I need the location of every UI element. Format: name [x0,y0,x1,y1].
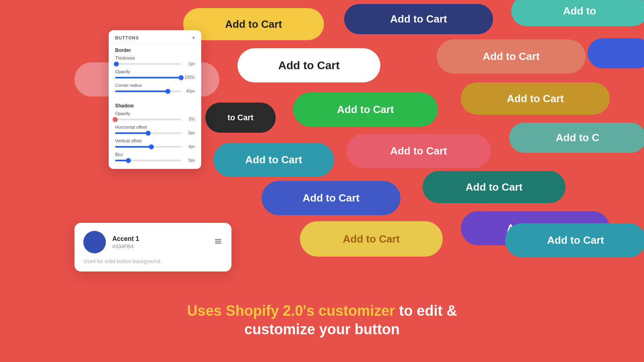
horizontal-offset-control: Horizontal offset 0px [115,125,195,135]
color-card-top: Accent 1 #334FB4 [83,231,223,253]
horizontal-offset-track [115,132,181,134]
color-card: Accent 1 #334FB4 Used for solid button b… [74,223,231,272]
bottom-line1-yellow: Uses Shopify 2.0's customizer [187,302,395,319]
vertical-offset-control: Vertical offset 4px [115,138,195,149]
settings-panel: BUTTONS ▾ Border Thickness 1px Opacity [109,30,201,169]
svg-rect-1 [215,241,221,242]
color-description: Used for solid button background. [83,258,223,264]
vertical-offset-fill [115,146,151,148]
horizontal-offset-thumb[interactable] [146,131,151,136]
svg-rect-0 [215,243,221,244]
blur-label: Blur [115,152,195,157]
btn-red[interactable]: Add to Cart [346,134,491,168]
opacity-value: 100% [184,75,195,80]
blur-value: 5px [184,158,195,162]
shadow-label: Shadow [115,103,195,109]
opacity-control: Opacity 100% [115,69,195,80]
corner-radius-thumb[interactable] [165,89,170,94]
color-hex: #334FB4 [112,243,207,249]
btn-yellow-green[interactable]: Add to Cart [300,221,443,257]
horizontal-offset-fill [115,132,148,134]
thickness-value: 1px [184,62,195,66]
vertical-offset-track [115,146,181,148]
opacity-label: Opacity [115,69,195,74]
corner-radius-label: Corner radius [115,83,195,88]
border-label: Border [115,47,195,53]
bottom-text-section: Uses Shopify 2.0's customizer to edit & … [0,302,644,338]
btn-salmon[interactable]: Add to Cart [437,39,586,74]
svg-rect-2 [215,239,221,240]
blur-control: Blur 5px [115,152,195,162]
bottom-line2: customize your button [0,321,644,338]
color-swatch[interactable] [83,231,106,253]
btn-purple[interactable]: Add to Cart [461,211,610,245]
color-name: Accent 1 [112,235,207,243]
btn-teal-right[interactable]: Add to C [509,123,644,153]
corner-radius-value: 40px [184,89,195,93]
bottom-line1-white: to edit & [399,302,457,319]
shadow-opacity-label: Opacity [115,111,195,116]
shadow-section: Shadow Opacity 0% Horizontal offset 0px [109,100,201,169]
panel-collapse-icon[interactable]: ▾ [192,35,195,41]
thickness-label: Thickness [115,56,195,60]
corner-radius-track [115,90,181,92]
opacity-fill [115,77,181,78]
stack-icon[interactable] [214,237,223,248]
panel-title: BUTTONS [115,35,139,40]
btn-yellow[interactable]: Add to Cart [183,8,324,40]
thickness-track [115,63,181,65]
opacity-track [115,77,181,78]
vertical-offset-value: 4px [184,144,195,149]
btn-blue-edge[interactable] [588,38,644,68]
btn-navy[interactable]: Add to Cart [344,4,493,34]
opacity-thumb[interactable] [179,75,184,80]
btn-teal-bottom-right[interactable]: Add to Cart [505,223,644,257]
btn-dark[interactable]: to Cart [205,103,276,133]
shadow-opacity-thumb[interactable] [113,117,118,122]
btn-teal-top[interactable]: Add to [511,0,644,26]
btn-blue-mid[interactable]: Add to Cart [262,181,400,215]
horizontal-offset-value: 0px [184,131,195,135]
btn-teal-mid[interactable]: Add to Cart [213,143,334,177]
thickness-thumb[interactable] [114,62,119,66]
corner-radius-fill [115,90,168,92]
shadow-opacity-value: 0% [184,117,195,121]
thickness-control: Thickness 1px [115,56,195,66]
border-section: Border Thickness 1px Opacity 100% [109,44,201,100]
bottom-line1: Uses Shopify 2.0's customizer to edit & [0,302,644,319]
horizontal-offset-label: Horizontal offset [115,125,195,130]
shadow-opacity-track [115,119,181,120]
btn-dark-teal[interactable]: Add to Cart [423,171,566,203]
panel-header: BUTTONS ▾ [109,30,201,44]
vertical-offset-label: Vertical offset [115,138,195,143]
btn-white[interactable]: Add to Cart [237,48,380,82]
vertical-offset-thumb[interactable] [149,144,154,149]
blur-thumb[interactable] [126,158,131,163]
btn-green[interactable]: Add to Cart [293,93,438,127]
btn-gold[interactable]: Add to Cart [461,82,610,115]
color-info: Accent 1 #334FB4 [112,235,207,249]
shadow-opacity-control: Opacity 0% [115,111,195,121]
blur-track [115,160,181,161]
corner-radius-control: Corner radius 40px [115,83,195,93]
